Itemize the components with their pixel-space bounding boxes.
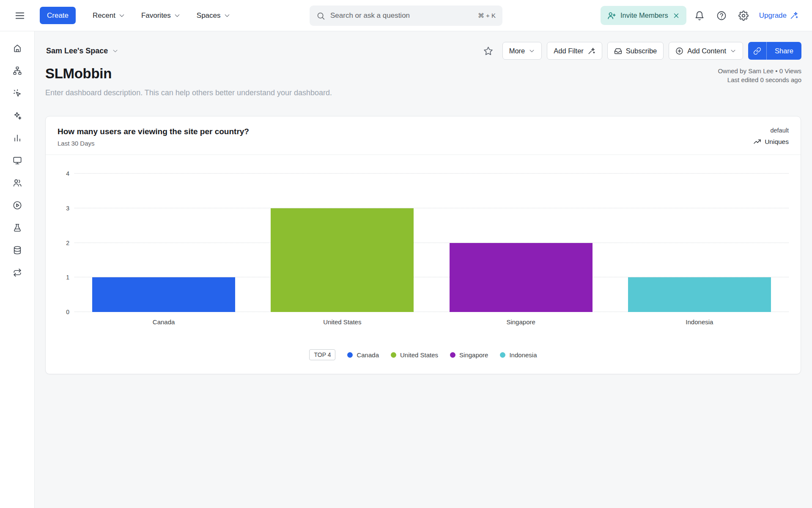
subscribe-button[interactable]: Subscribe [607, 42, 664, 60]
help-button[interactable] [713, 7, 730, 25]
legend-top-badge: TOP 4 [309, 349, 335, 360]
favorite-star-button[interactable] [480, 42, 497, 60]
bars [74, 174, 789, 312]
chart-date-range: Last 30 Days [58, 140, 249, 147]
description-placeholder[interactable]: Enter dashboard description. This can he… [45, 88, 801, 97]
sidebar-item-flask[interactable] [8, 218, 27, 237]
search-input[interactable]: Search or ask a question ⌘ + K [310, 6, 502, 26]
sidebar-item-users[interactable] [8, 174, 27, 192]
sidebar-item-database[interactable] [8, 241, 27, 260]
bell-icon [694, 11, 705, 21]
sidebar [0, 31, 35, 508]
wand-icon [790, 11, 798, 20]
legend-dot-singapore [450, 352, 455, 358]
bar-united-states[interactable] [271, 208, 414, 312]
uniques-label: Uniques [765, 138, 789, 146]
sidebar-item-sparkles[interactable] [8, 106, 27, 125]
add-filter-button[interactable]: Add Filter [547, 42, 602, 60]
legend-item-canada[interactable]: Canada [347, 351, 379, 359]
person-plus-icon [607, 11, 616, 20]
sparkles-icon [13, 111, 22, 120]
sidebar-item-bar-chart[interactable] [8, 129, 27, 147]
dashboard-meta: Owned by Sam Lee • 0 Views Last edited 0… [718, 66, 801, 84]
legend-dot-united-states [391, 352, 396, 358]
y-tick-label-2: 2 [66, 240, 69, 246]
trend-line-icon [753, 138, 761, 146]
sidebar-item-cursor-click[interactable] [8, 84, 27, 102]
chart-legend: TOP 4 CanadaUnited StatesSingaporeIndone… [58, 349, 789, 360]
search-shortcut: ⌘ + K [478, 12, 496, 19]
nav-spaces[interactable]: Spaces [192, 7, 236, 24]
legend-label-canada: Canada [357, 351, 379, 359]
chart-card: How many users are viewing the site per … [45, 116, 801, 374]
chart-default-label: default [753, 127, 789, 134]
filter-wand-icon [587, 47, 595, 55]
uniques-metric-button[interactable]: Uniques [753, 138, 789, 146]
plus-circle-icon [675, 47, 683, 55]
top-nav: Recent Favorites Spaces [88, 7, 236, 24]
legend-item-indonesia[interactable]: Indonesia [500, 351, 537, 359]
bar-singapore[interactable] [450, 243, 593, 312]
create-button[interactable]: Create [40, 7, 76, 24]
plot-area [74, 174, 789, 312]
chevron-down-icon [112, 48, 118, 54]
help-icon [716, 11, 727, 21]
chevron-down-icon [224, 12, 230, 19]
monitor-icon [13, 156, 22, 165]
x-label-united-states: United States [253, 318, 431, 326]
sitemap-icon [13, 66, 22, 75]
nav-favorites[interactable]: Favorites [136, 7, 186, 24]
more-button[interactable]: More [502, 42, 542, 60]
add-content-button[interactable]: Add Content [669, 42, 743, 60]
breadcrumb-label: Sam Lee's Space [46, 47, 108, 55]
share-button[interactable]: Share [767, 42, 801, 60]
sidebar-item-swap[interactable] [8, 263, 27, 282]
page-title: SLMobbin [45, 66, 112, 82]
chevron-down-icon [730, 48, 736, 54]
bar-indonesia[interactable] [628, 277, 771, 312]
add-content-label: Add Content [687, 47, 726, 55]
plot-row: 01234 [58, 174, 789, 312]
sidebar-item-sitemap[interactable] [8, 61, 27, 80]
y-tick-label-4: 4 [66, 170, 69, 177]
legend-item-singapore[interactable]: Singapore [450, 351, 488, 359]
bar-band-indonesia [610, 174, 789, 312]
upgrade-button[interactable]: Upgrade [757, 8, 801, 23]
x-label-indonesia: Indonesia [610, 318, 789, 326]
home-icon [13, 44, 22, 53]
bar-band-canada [74, 174, 253, 312]
users-icon [13, 178, 22, 188]
bar-canada[interactable] [92, 277, 235, 312]
nav-recent[interactable]: Recent [88, 7, 130, 24]
chart-card-header: How many users are viewing the site per … [46, 116, 801, 155]
database-icon [13, 246, 22, 255]
more-label: More [509, 47, 525, 55]
notifications-button[interactable] [691, 7, 708, 25]
breadcrumb[interactable]: Sam Lee's Space [45, 45, 119, 57]
y-tick-label-0: 0 [66, 309, 69, 315]
play-circle-icon [13, 201, 22, 210]
sidebar-item-play-circle[interactable] [8, 196, 27, 215]
invite-members-label: Invite Members [620, 11, 668, 19]
flask-icon [13, 223, 22, 232]
star-icon [483, 46, 493, 56]
header-actions: More Add Filter Subscribe Add Content [480, 42, 801, 60]
topbar: Create Recent Favorites Spaces Search or… [0, 0, 812, 31]
y-tick-label-3: 3 [66, 205, 69, 212]
search-placeholder: Search or ask a question [330, 11, 473, 20]
chart-body: 01234 CanadaUnited StatesSingaporeIndone… [46, 155, 801, 374]
sidebar-item-monitor[interactable] [8, 151, 27, 170]
menu-button[interactable] [11, 7, 29, 25]
header-row: Sam Lee's Space More Add Filter Subscrib [45, 42, 801, 60]
chevron-down-icon [174, 12, 181, 19]
main-content: Sam Lee's Space More Add Filter Subscrib [35, 31, 812, 508]
copy-link-button[interactable] [748, 42, 767, 60]
hamburger-icon [14, 10, 25, 21]
invite-members-button[interactable]: Invite Members [601, 6, 686, 25]
legend-item-united-states[interactable]: United States [391, 351, 438, 359]
close-icon[interactable] [672, 12, 680, 19]
sidebar-item-home[interactable] [8, 39, 27, 58]
topbar-right: Invite Members Upgrade [601, 6, 801, 25]
x-label-singapore: Singapore [432, 318, 610, 326]
settings-button[interactable] [735, 7, 752, 25]
